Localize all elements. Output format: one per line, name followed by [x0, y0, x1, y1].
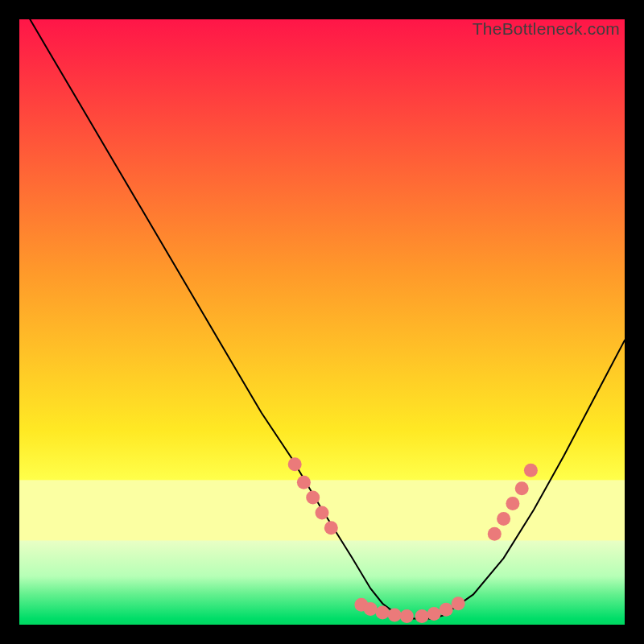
- data-marker: [415, 609, 429, 623]
- data-marker: [497, 512, 510, 526]
- watermark-label: TheBottleneck.com: [473, 19, 620, 39]
- data-marker: [524, 464, 538, 477]
- plot-area: TheBottleneck.com: [19, 19, 625, 625]
- data-marker: [427, 607, 441, 621]
- data-marker: [515, 481, 529, 495]
- data-marker: [488, 527, 502, 541]
- data-marker: [316, 506, 329, 519]
- data-marker: [452, 597, 465, 610]
- data-marker: [388, 609, 402, 622]
- chart-frame: TheBottleneck.com: [0, 0, 644, 644]
- data-marker: [400, 609, 414, 623]
- data-marker: [364, 602, 378, 616]
- bottleneck-curve: [19, 19, 625, 625]
- data-marker: [324, 521, 338, 535]
- data-marker: [376, 606, 390, 620]
- data-marker: [288, 457, 302, 471]
- data-marker: [306, 491, 320, 505]
- data-marker: [506, 497, 519, 510]
- data-marker: [440, 603, 453, 617]
- data-marker: [297, 476, 311, 489]
